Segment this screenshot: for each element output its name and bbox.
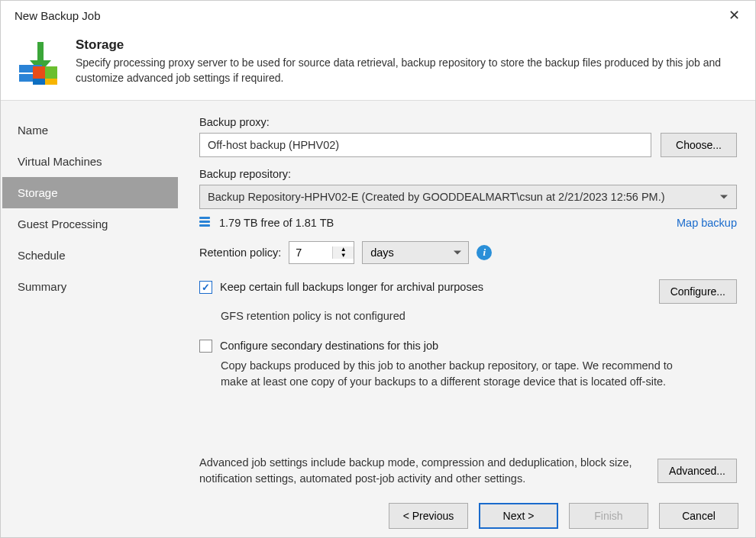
backup-repository-select[interactable]: Backup Repository-HPHV02-E (Created by G… bbox=[199, 185, 737, 209]
svg-rect-4 bbox=[33, 79, 45, 85]
disk-icon bbox=[199, 217, 212, 229]
sidebar-item-summary[interactable]: Summary bbox=[2, 271, 178, 302]
retention-value-input[interactable] bbox=[289, 242, 332, 263]
page-subtitle: Specify processing proxy server to be us… bbox=[76, 56, 725, 85]
advanced-desc: Advanced job settings include backup mod… bbox=[199, 455, 642, 487]
sidebar-item-storage[interactable]: Storage bbox=[2, 177, 178, 208]
wizard-footer: < Previous Next > Finish Cancel bbox=[1, 495, 755, 537]
backup-repository-label: Backup repository: bbox=[199, 168, 737, 180]
sidebar-item-virtual-machines[interactable]: Virtual Machines bbox=[2, 146, 178, 177]
page-title: Storage bbox=[76, 37, 725, 53]
storage-header-icon bbox=[15, 37, 63, 86]
next-button[interactable]: Next > bbox=[479, 503, 558, 529]
secondary-dest-label: Configure secondary destinations for thi… bbox=[220, 338, 438, 353]
sidebar-item-name[interactable]: Name bbox=[2, 114, 178, 146]
previous-button[interactable]: < Previous bbox=[389, 503, 468, 529]
keep-full-label: Keep certain full backups longer for arc… bbox=[220, 279, 483, 295]
svg-rect-2 bbox=[33, 66, 45, 79]
close-icon[interactable]: ✕ bbox=[724, 5, 745, 25]
advanced-button[interactable]: Advanced... bbox=[657, 459, 737, 483]
backup-proxy-label: Backup proxy: bbox=[199, 116, 737, 128]
finish-button: Finish bbox=[569, 503, 648, 529]
keep-full-sub: GFS retention policy is not configured bbox=[221, 308, 694, 324]
window-title: New Backup Job bbox=[15, 9, 101, 22]
sidebar-item-guest-processing[interactable]: Guest Processing bbox=[2, 208, 178, 240]
keep-full-checkbox[interactable] bbox=[199, 281, 212, 294]
wizard-sidebar: Name Virtual Machines Storage Guest Proc… bbox=[2, 102, 178, 493]
map-backup-link[interactable]: Map backup bbox=[677, 217, 737, 229]
wizard-window: New Backup Job ✕ Storage Specify process… bbox=[0, 0, 756, 538]
retention-unit-select[interactable]: days bbox=[362, 241, 469, 264]
svg-rect-5 bbox=[45, 79, 57, 85]
svg-rect-3 bbox=[45, 66, 57, 79]
sidebar-item-schedule[interactable]: Schedule bbox=[2, 240, 178, 271]
info-icon[interactable]: i bbox=[477, 245, 492, 260]
choose-proxy-button[interactable]: Choose... bbox=[661, 133, 737, 157]
retention-label: Retention policy: bbox=[199, 246, 281, 259]
free-space-text: 1.79 TB free of 1.81 TB bbox=[219, 217, 334, 229]
backup-proxy-input[interactable] bbox=[199, 133, 651, 157]
titlebar: New Backup Job ✕ bbox=[1, 1, 755, 30]
cancel-button[interactable]: Cancel bbox=[659, 503, 738, 529]
configure-gfs-button[interactable]: Configure... bbox=[659, 279, 737, 304]
secondary-dest-checkbox[interactable] bbox=[199, 340, 212, 353]
secondary-dest-sub: Copy backups produced by this job to ano… bbox=[221, 358, 694, 390]
retention-spinner[interactable]: ▲ ▼ bbox=[289, 241, 354, 264]
wizard-header: Storage Specify processing proxy server … bbox=[1, 30, 755, 100]
retention-down-button[interactable]: ▼ bbox=[333, 253, 354, 259]
wizard-content: Backup proxy: Choose... Backup repositor… bbox=[178, 102, 754, 493]
